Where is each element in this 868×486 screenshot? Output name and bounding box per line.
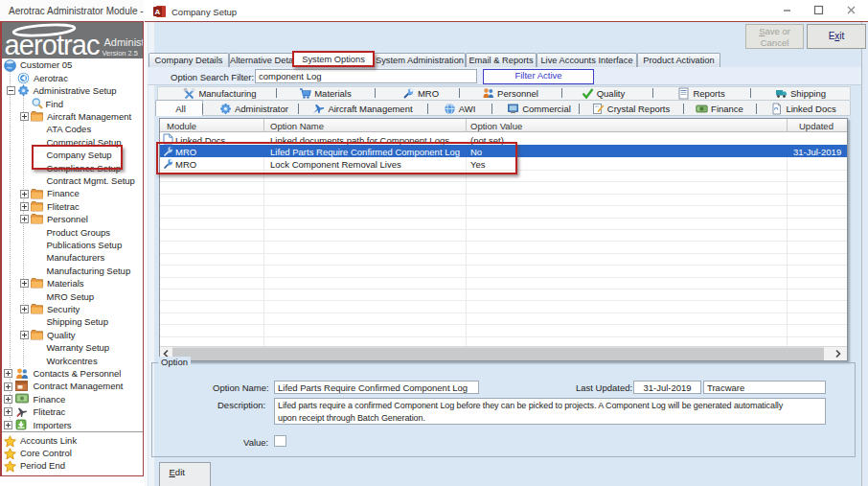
svg-text:A: A [154, 7, 160, 15]
